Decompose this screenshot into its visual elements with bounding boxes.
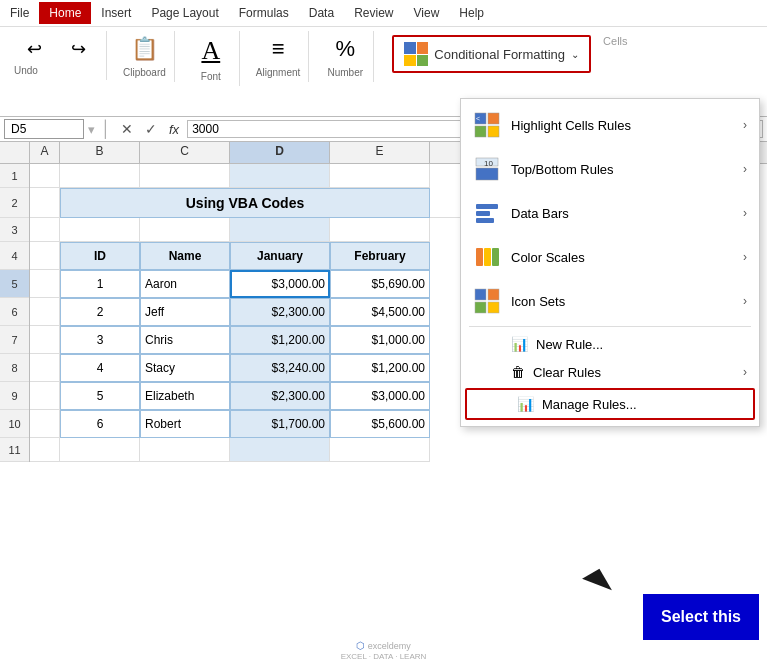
cell-c1[interactable] [140,164,230,188]
cell-d6[interactable]: $2,300.00 [230,298,330,326]
data-bars-item[interactable]: Data Bars › [461,191,759,235]
cell-d7[interactable]: $1,200.00 [230,326,330,354]
name-box-dropdown-icon[interactable]: ▾ [88,122,95,137]
row-header-3[interactable]: 3 [0,218,29,242]
font-button[interactable]: A [191,35,231,67]
cell-e11[interactable] [330,438,430,462]
confirm-formula-btn[interactable]: ✓ [141,119,161,139]
cell-a1[interactable] [30,164,60,188]
row-header-2[interactable]: 2 [0,188,29,218]
redo-button[interactable]: ↪ [58,35,98,63]
cell-d4[interactable]: January [230,242,330,270]
cell-a9[interactable] [30,382,60,410]
cell-c3[interactable] [140,218,230,242]
cell-c6[interactable]: Jeff [140,298,230,326]
cell-d3[interactable] [230,218,330,242]
highlight-cells-rules-item[interactable]: < Highlight Cells Rules › [461,103,759,147]
cell-e9[interactable]: $3,000.00 [330,382,430,410]
cell-b10[interactable]: 6 [60,410,140,438]
cell-c8[interactable]: Stacy [140,354,230,382]
cancel-formula-btn[interactable]: ✕ [117,119,137,139]
cell-a2[interactable] [30,188,60,218]
menu-help[interactable]: Help [449,2,494,24]
row-header-6[interactable]: 6 [0,298,29,326]
clear-rules-item[interactable]: 🗑 Clear Rules › [461,358,759,386]
cell-d8[interactable]: $3,240.00 [230,354,330,382]
cell-d11[interactable] [230,438,330,462]
cell-b8[interactable]: 4 [60,354,140,382]
cell-e6[interactable]: $4,500.00 [330,298,430,326]
conditional-formatting-button[interactable]: Conditional Formatting ⌄ [392,35,591,73]
row-header-10[interactable]: 10 [0,410,29,438]
alignment-button[interactable]: ≡ [258,35,298,63]
menu-formulas[interactable]: Formulas [229,2,299,24]
cell-a4[interactable] [30,242,60,270]
cell-e3[interactable] [330,218,430,242]
col-header-d[interactable]: D [230,142,330,163]
cell-b4[interactable]: ID [60,242,140,270]
cell-d5[interactable]: $3,000.00 [230,270,330,298]
icon-sets-item[interactable]: Icon Sets › [461,279,759,323]
cell-c9[interactable]: Elizabeth [140,382,230,410]
row-header-1[interactable]: 1 [0,164,29,188]
cell-d9[interactable]: $2,300.00 [230,382,330,410]
menu-data[interactable]: Data [299,2,344,24]
cell-b11[interactable] [60,438,140,462]
new-rule-item[interactable]: 📊 New Rule... [461,330,759,358]
cell-c7[interactable]: Chris [140,326,230,354]
name-box[interactable] [4,119,84,139]
row-header-8[interactable]: 8 [0,354,29,382]
cell-e5[interactable]: $5,690.00 [330,270,430,298]
cell-a8[interactable] [30,354,60,382]
col-header-e[interactable]: E [330,142,430,163]
cell-c10[interactable]: Robert [140,410,230,438]
manage-rules-item[interactable]: 📊 Manage Rules... [465,388,755,420]
cell-e1[interactable] [330,164,430,188]
cell-c5[interactable]: Aaron [140,270,230,298]
cell-b1[interactable] [60,164,140,188]
clear-rules-label: Clear Rules [533,365,601,380]
clipboard-button[interactable]: 📋 [124,35,164,63]
menu-page-layout[interactable]: Page Layout [141,2,228,24]
menu-file[interactable]: File [0,2,39,24]
cell-c4[interactable]: Name [140,242,230,270]
menu-view[interactable]: View [404,2,450,24]
cell-b5[interactable]: 1 [60,270,140,298]
cell-e7[interactable]: $1,000.00 [330,326,430,354]
col-header-b[interactable]: B [60,142,140,163]
undo-button[interactable]: ↩ [14,35,54,63]
cell-e8[interactable]: $1,200.00 [330,354,430,382]
cell-b9[interactable]: 5 [60,382,140,410]
row-header-7[interactable]: 7 [0,326,29,354]
menu-home[interactable]: Home [39,2,91,24]
cell-b3[interactable] [60,218,140,242]
cell-d10[interactable]: $1,700.00 [230,410,330,438]
cell-d1[interactable] [230,164,330,188]
cell-a7[interactable] [30,326,60,354]
select-this-button[interactable]: Select this [643,594,759,640]
menu-review[interactable]: Review [344,2,403,24]
row-header-11[interactable]: 11 [0,438,29,462]
cell-a5[interactable] [30,270,60,298]
color-scales-item[interactable]: Color Scales › [461,235,759,279]
row-header-4[interactable]: 4 [0,242,29,270]
cell-a6[interactable] [30,298,60,326]
row-headers: 1 2 3 4 5 6 7 8 9 10 11 [0,164,30,462]
cell-c11[interactable] [140,438,230,462]
cell-e10[interactable]: $5,600.00 [330,410,430,438]
number-button[interactable]: % [325,35,365,63]
top-bottom-rules-item[interactable]: 10 Top/Bottom Rules › [461,147,759,191]
svg-rect-17 [488,302,499,313]
row-header-5[interactable]: 5 [0,270,29,298]
menu-insert[interactable]: Insert [91,2,141,24]
col-header-a[interactable]: A [30,142,60,163]
cell-b2-merged[interactable]: Using VBA Codes [60,188,430,218]
row-header-9[interactable]: 9 [0,382,29,410]
cell-a10[interactable] [30,410,60,438]
cell-e4[interactable]: February [330,242,430,270]
col-header-c[interactable]: C [140,142,230,163]
cell-a11[interactable] [30,438,60,462]
cell-b6[interactable]: 2 [60,298,140,326]
cell-a3[interactable] [30,218,60,242]
cell-b7[interactable]: 3 [60,326,140,354]
